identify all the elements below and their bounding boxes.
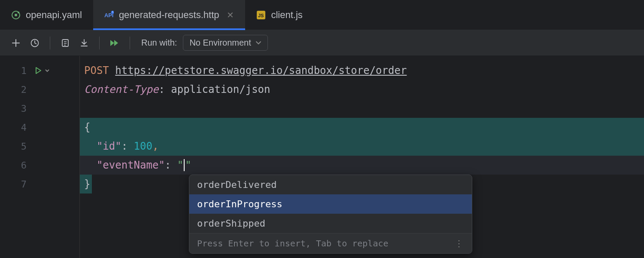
run-with-label: Run with:	[141, 38, 177, 48]
tab-bar: openapi.yaml API generated-requests.http…	[0, 0, 644, 30]
completion-popup: orderDelivered orderInProgress orderShip…	[189, 175, 472, 254]
code-line[interactable]: "id": 100,	[80, 137, 644, 156]
tab-label: openapi.yaml	[26, 9, 82, 21]
svg-point-1	[15, 14, 17, 16]
js-icon: JS	[256, 10, 266, 20]
gutter: 1 2 3 4 5 6 7	[0, 56, 80, 258]
environment-value: No Environment	[189, 38, 251, 48]
examples-button[interactable]	[59, 37, 72, 49]
completion-item[interactable]: orderInProgress	[189, 194, 472, 214]
completion-item[interactable]: orderDelivered	[189, 175, 472, 194]
line-number: 6	[0, 160, 27, 171]
http-toolbar: Run with: No Environment	[0, 30, 644, 56]
api-icon: API	[104, 10, 114, 20]
tab-client-js[interactable]: JS client.js	[245, 0, 313, 30]
code-line[interactable]	[80, 99, 644, 118]
line-number: 7	[0, 179, 27, 190]
add-button[interactable]	[9, 37, 22, 49]
separator	[130, 37, 130, 49]
tab-label: generated-requests.http	[119, 9, 219, 21]
tab-openapi[interactable]: openapi.yaml	[0, 0, 93, 30]
editor[interactable]: 1 2 3 4 5 6 7 POST https://petstore.swag…	[0, 56, 644, 258]
code-line[interactable]: {	[80, 118, 644, 137]
code-line[interactable]: }	[80, 175, 92, 194]
completion-hint: Press Enter to insert, Tab to replace ⋮	[189, 233, 472, 253]
close-icon[interactable]: ✕	[227, 10, 234, 20]
svg-point-2	[18, 11, 19, 13]
http-url: https://petstore.swagger.io/sandbox/stor…	[115, 64, 407, 77]
tab-label: client.js	[271, 9, 302, 21]
http-method: POST	[84, 64, 109, 77]
line-number: 4	[0, 122, 27, 133]
chevron-down-icon	[255, 41, 261, 45]
tab-generated-requests[interactable]: API generated-requests.http ✕	[93, 0, 246, 30]
svg-text:JS: JS	[258, 13, 264, 18]
text-caret	[184, 159, 185, 171]
chevron-down-icon[interactable]	[45, 68, 50, 73]
code-line[interactable]: POST https://petstore.swagger.io/sandbox…	[80, 61, 644, 80]
header-value: application/json	[171, 83, 270, 95]
code-line[interactable]: Content-Type: application/json	[80, 80, 644, 99]
separator	[50, 37, 50, 49]
history-button[interactable]	[28, 37, 41, 49]
line-number: 3	[0, 103, 27, 114]
code-line[interactable]: "eventName": ""	[80, 156, 644, 175]
completion-item[interactable]: orderShipped	[189, 214, 472, 233]
line-number: 5	[0, 141, 27, 152]
environment-select[interactable]: No Environment	[183, 35, 267, 51]
line-number: 2	[0, 84, 27, 95]
openapi-icon	[11, 10, 21, 20]
header-name: Content-Type	[84, 83, 158, 95]
separator	[99, 37, 100, 49]
code-area[interactable]: POST https://petstore.swagger.io/sandbox…	[80, 56, 644, 258]
run-icon[interactable]	[34, 67, 42, 74]
line-number: 1	[0, 65, 27, 76]
more-icon[interactable]: ⋮	[455, 238, 464, 249]
run-all-button[interactable]	[108, 37, 121, 49]
import-button[interactable]	[78, 37, 91, 49]
